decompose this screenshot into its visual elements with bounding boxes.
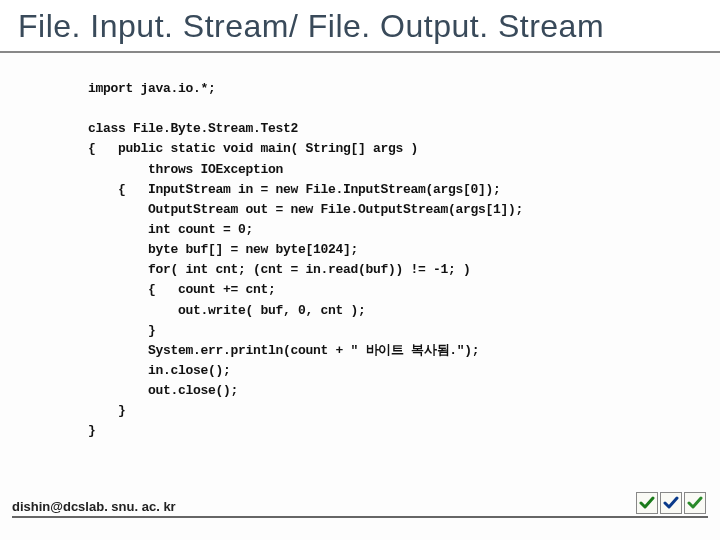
title-bar: File. Input. Stream/ File. Output. Strea… — [0, 0, 720, 53]
footer-icons — [636, 492, 708, 514]
slide-title: File. Input. Stream/ File. Output. Strea… — [18, 8, 702, 45]
footer: dishin@dcslab. snu. ac. kr — [12, 492, 708, 518]
code-block: import java.io.*; class File.Byte.Stream… — [0, 53, 720, 442]
check-blue-icon — [660, 492, 682, 514]
check-green-icon — [636, 492, 658, 514]
code-content: import java.io.*; class File.Byte.Stream… — [88, 79, 720, 442]
check-green2-icon — [684, 492, 706, 514]
footer-email: dishin@dcslab. snu. ac. kr — [12, 499, 176, 514]
